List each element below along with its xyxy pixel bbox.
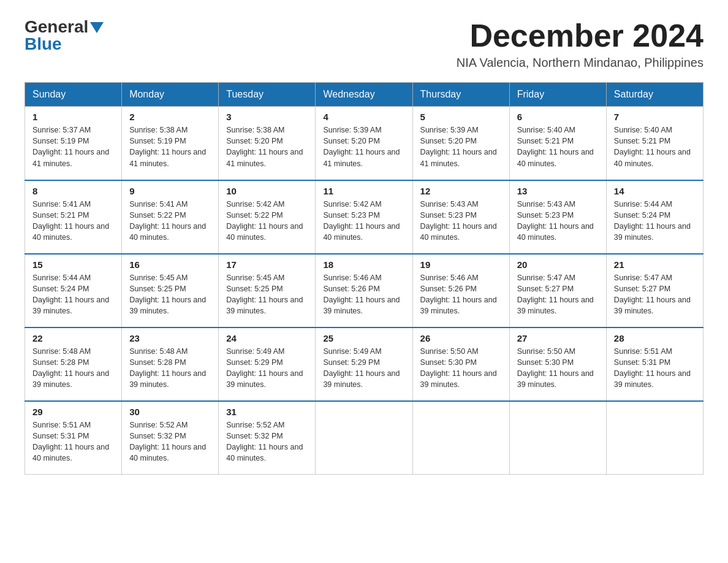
calendar-day-cell: 21Sunrise: 5:47 AMSunset: 5:27 PMDayligh… xyxy=(606,254,703,327)
calendar-day-cell xyxy=(606,401,703,475)
header-sunday: Sunday xyxy=(25,83,122,107)
day-number: 14 xyxy=(614,186,696,196)
day-number: 16 xyxy=(129,259,211,270)
calendar-day-cell: 22Sunrise: 5:48 AMSunset: 5:28 PMDayligh… xyxy=(25,327,122,401)
day-number: 21 xyxy=(614,259,696,270)
day-info: Sunrise: 5:39 AMSunset: 5:20 PMDaylight:… xyxy=(323,124,404,169)
calendar-week-row: 8Sunrise: 5:41 AMSunset: 5:21 PMDaylight… xyxy=(25,180,703,254)
day-info: Sunrise: 5:51 AMSunset: 5:31 PMDaylight:… xyxy=(32,419,114,464)
calendar-day-cell: 3Sunrise: 5:38 AMSunset: 5:20 PMDaylight… xyxy=(219,107,316,180)
calendar-day-cell: 9Sunrise: 5:41 AMSunset: 5:22 PMDaylight… xyxy=(122,180,219,254)
calendar-day-cell: 19Sunrise: 5:46 AMSunset: 5:26 PMDayligh… xyxy=(412,254,509,327)
day-number: 10 xyxy=(226,186,308,196)
day-info: Sunrise: 5:48 AMSunset: 5:28 PMDaylight:… xyxy=(32,346,114,391)
day-number: 29 xyxy=(32,407,114,417)
day-number: 30 xyxy=(129,407,211,417)
calendar-day-cell: 10Sunrise: 5:42 AMSunset: 5:22 PMDayligh… xyxy=(219,180,316,254)
calendar-day-cell: 5Sunrise: 5:39 AMSunset: 5:20 PMDaylight… xyxy=(412,107,509,180)
day-info: Sunrise: 5:52 AMSunset: 5:32 PMDaylight:… xyxy=(129,419,211,464)
calendar-day-cell: 18Sunrise: 5:46 AMSunset: 5:26 PMDayligh… xyxy=(316,254,412,327)
calendar-day-cell: 30Sunrise: 5:52 AMSunset: 5:32 PMDayligh… xyxy=(122,401,219,475)
calendar-day-cell: 27Sunrise: 5:50 AMSunset: 5:30 PMDayligh… xyxy=(509,327,606,401)
day-info: Sunrise: 5:50 AMSunset: 5:30 PMDaylight:… xyxy=(517,346,599,391)
day-number: 6 xyxy=(517,112,599,122)
calendar-day-cell: 4Sunrise: 5:39 AMSunset: 5:20 PMDaylight… xyxy=(316,107,412,180)
calendar-week-row: 1Sunrise: 5:37 AMSunset: 5:19 PMDaylight… xyxy=(25,107,703,180)
day-info: Sunrise: 5:38 AMSunset: 5:19 PMDaylight:… xyxy=(129,124,211,169)
day-number: 2 xyxy=(129,112,211,122)
calendar-week-row: 29Sunrise: 5:51 AMSunset: 5:31 PMDayligh… xyxy=(25,401,703,475)
calendar-day-cell: 13Sunrise: 5:43 AMSunset: 5:23 PMDayligh… xyxy=(509,180,606,254)
header-wednesday: Wednesday xyxy=(316,83,412,107)
day-info: Sunrise: 5:40 AMSunset: 5:21 PMDaylight:… xyxy=(517,124,599,169)
calendar-day-cell xyxy=(509,401,606,475)
calendar-day-cell: 23Sunrise: 5:48 AMSunset: 5:28 PMDayligh… xyxy=(122,327,219,401)
logo-blue-text: Blue xyxy=(25,36,62,53)
calendar-day-cell: 14Sunrise: 5:44 AMSunset: 5:24 PMDayligh… xyxy=(606,180,703,254)
calendar-day-cell: 28Sunrise: 5:51 AMSunset: 5:31 PMDayligh… xyxy=(606,327,703,401)
calendar-week-row: 22Sunrise: 5:48 AMSunset: 5:28 PMDayligh… xyxy=(25,327,703,401)
day-info: Sunrise: 5:45 AMSunset: 5:25 PMDaylight:… xyxy=(129,272,211,317)
header-tuesday: Tuesday xyxy=(219,83,316,107)
day-number: 31 xyxy=(226,407,308,417)
day-info: Sunrise: 5:44 AMSunset: 5:24 PMDaylight:… xyxy=(614,199,696,243)
logo-general-text: General xyxy=(25,18,88,36)
day-number: 8 xyxy=(32,186,114,196)
calendar-header-row: SundayMondayTuesdayWednesdayThursdayFrid… xyxy=(25,83,703,107)
day-number: 11 xyxy=(323,186,404,196)
day-number: 26 xyxy=(420,333,502,343)
day-info: Sunrise: 5:46 AMSunset: 5:26 PMDaylight:… xyxy=(420,272,502,317)
calendar-day-cell: 2Sunrise: 5:38 AMSunset: 5:19 PMDaylight… xyxy=(122,107,219,180)
day-info: Sunrise: 5:47 AMSunset: 5:27 PMDaylight:… xyxy=(614,272,696,317)
day-info: Sunrise: 5:41 AMSunset: 5:22 PMDaylight:… xyxy=(129,199,211,243)
day-number: 23 xyxy=(129,333,211,343)
day-info: Sunrise: 5:44 AMSunset: 5:24 PMDaylight:… xyxy=(32,272,114,317)
day-number: 4 xyxy=(323,112,404,122)
calendar-day-cell: 16Sunrise: 5:45 AMSunset: 5:25 PMDayligh… xyxy=(122,254,219,327)
header-thursday: Thursday xyxy=(412,83,509,107)
day-info: Sunrise: 5:37 AMSunset: 5:19 PMDaylight:… xyxy=(32,124,114,169)
day-info: Sunrise: 5:50 AMSunset: 5:30 PMDaylight:… xyxy=(420,346,502,391)
day-number: 28 xyxy=(614,333,696,343)
calendar-day-cell: 8Sunrise: 5:41 AMSunset: 5:21 PMDaylight… xyxy=(25,180,122,254)
day-number: 9 xyxy=(129,186,211,196)
day-info: Sunrise: 5:43 AMSunset: 5:23 PMDaylight:… xyxy=(517,199,599,243)
day-number: 3 xyxy=(226,112,308,122)
day-number: 19 xyxy=(420,259,502,270)
day-number: 13 xyxy=(517,186,599,196)
calendar-day-cell: 15Sunrise: 5:44 AMSunset: 5:24 PMDayligh… xyxy=(25,254,122,327)
day-number: 18 xyxy=(323,259,404,270)
calendar-day-cell: 20Sunrise: 5:47 AMSunset: 5:27 PMDayligh… xyxy=(509,254,606,327)
day-number: 27 xyxy=(517,333,599,343)
header-friday: Friday xyxy=(509,83,606,107)
logo-triangle-icon xyxy=(90,22,104,33)
day-info: Sunrise: 5:39 AMSunset: 5:20 PMDaylight:… xyxy=(420,124,502,169)
day-info: Sunrise: 5:40 AMSunset: 5:21 PMDaylight:… xyxy=(614,124,696,169)
calendar-day-cell: 29Sunrise: 5:51 AMSunset: 5:31 PMDayligh… xyxy=(25,401,122,475)
title-area: December 2024 NIA Valencia, Northern Min… xyxy=(457,18,703,70)
page-header: General Blue December 2024 NIA Valencia,… xyxy=(25,18,703,70)
day-number: 7 xyxy=(614,112,696,122)
day-number: 1 xyxy=(32,112,114,122)
day-info: Sunrise: 5:48 AMSunset: 5:28 PMDaylight:… xyxy=(129,346,211,391)
day-info: Sunrise: 5:49 AMSunset: 5:29 PMDaylight:… xyxy=(226,346,308,391)
calendar-day-cell: 6Sunrise: 5:40 AMSunset: 5:21 PMDaylight… xyxy=(509,107,606,180)
day-number: 25 xyxy=(323,333,404,343)
day-number: 22 xyxy=(32,333,114,343)
calendar-day-cell: 25Sunrise: 5:49 AMSunset: 5:29 PMDayligh… xyxy=(316,327,412,401)
calendar-table: SundayMondayTuesdayWednesdayThursdayFrid… xyxy=(25,82,703,475)
day-info: Sunrise: 5:45 AMSunset: 5:25 PMDaylight:… xyxy=(226,272,308,317)
day-info: Sunrise: 5:51 AMSunset: 5:31 PMDaylight:… xyxy=(614,346,696,391)
day-info: Sunrise: 5:49 AMSunset: 5:29 PMDaylight:… xyxy=(323,346,404,391)
calendar-day-cell: 31Sunrise: 5:52 AMSunset: 5:32 PMDayligh… xyxy=(219,401,316,475)
day-number: 17 xyxy=(226,259,308,270)
day-info: Sunrise: 5:41 AMSunset: 5:21 PMDaylight:… xyxy=(32,199,114,243)
calendar-day-cell xyxy=(412,401,509,475)
day-info: Sunrise: 5:38 AMSunset: 5:20 PMDaylight:… xyxy=(226,124,308,169)
header-monday: Monday xyxy=(122,83,219,107)
calendar-day-cell: 11Sunrise: 5:42 AMSunset: 5:23 PMDayligh… xyxy=(316,180,412,254)
calendar-day-cell xyxy=(316,401,412,475)
day-number: 5 xyxy=(420,112,502,122)
calendar-day-cell: 17Sunrise: 5:45 AMSunset: 5:25 PMDayligh… xyxy=(219,254,316,327)
calendar-day-cell: 1Sunrise: 5:37 AMSunset: 5:19 PMDaylight… xyxy=(25,107,122,180)
